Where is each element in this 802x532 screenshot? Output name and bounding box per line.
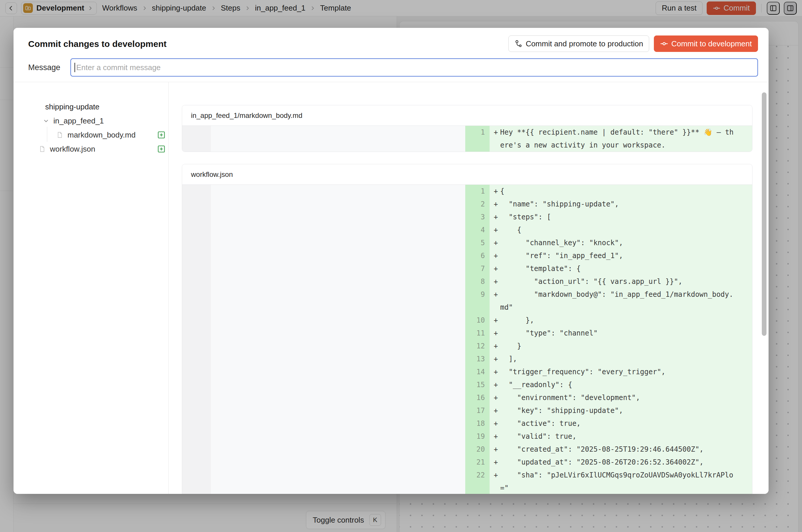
diff-line-row: 6+ "ref": "in_app_feed_1", bbox=[182, 249, 752, 262]
diff-viewer[interactable]: in_app_feed_1/markdown_body.md 1+Hey **{… bbox=[169, 82, 768, 494]
old-line-gutter bbox=[182, 236, 211, 249]
code-text: "valid": true, bbox=[500, 430, 576, 443]
diff-line-row: 4+ { bbox=[182, 224, 752, 236]
plus-sign: + bbox=[490, 391, 500, 404]
commit-to-development-button[interactable]: Commit to development bbox=[654, 36, 758, 52]
plus-sign: + bbox=[490, 198, 500, 211]
commit-and-promote-button[interactable]: Commit and promote to production bbox=[508, 36, 649, 52]
diff-line-row: 22+ "sha": "pJeLVir6xIlUCMGqs9qroZoUAVDS… bbox=[182, 469, 752, 494]
diff-line-row: 18+ "active": true, bbox=[182, 417, 752, 430]
line-number: 10 bbox=[477, 316, 485, 324]
diff-body: 1+{2+ "name": "shipping-update",3+ "step… bbox=[182, 185, 752, 494]
line-number: 16 bbox=[477, 394, 485, 402]
file-added-plus-icon bbox=[157, 130, 166, 139]
code-text: "ref": "in_app_feed_1", bbox=[500, 249, 623, 262]
diff-line-row: 1+Hey **{{ recipient.name | default: "th… bbox=[182, 126, 752, 152]
old-line-body bbox=[211, 469, 465, 494]
old-line-gutter bbox=[182, 126, 211, 152]
old-line-gutter bbox=[182, 404, 211, 417]
code-text: { bbox=[500, 185, 504, 198]
commit-message-input[interactable] bbox=[70, 58, 758, 77]
old-line-gutter bbox=[182, 262, 211, 275]
plus-sign: + bbox=[490, 353, 500, 365]
old-line-gutter bbox=[182, 417, 211, 430]
line-number: 19 bbox=[477, 432, 485, 440]
line-number: 1 bbox=[481, 187, 485, 195]
old-line-body bbox=[211, 211, 465, 224]
diff-line-row: 1+{ bbox=[182, 185, 752, 198]
line-number: 17 bbox=[477, 406, 485, 415]
line-number: 13 bbox=[477, 355, 485, 363]
diff-line-row: 15+ "__readonly": { bbox=[182, 378, 752, 391]
tree-root-workflow: shipping-update bbox=[45, 100, 99, 113]
tree-file-markdown-body[interactable]: markdown_body.md bbox=[56, 129, 135, 141]
diff-card: in_app_feed_1/markdown_body.md 1+Hey **{… bbox=[182, 105, 752, 152]
old-line-body bbox=[211, 365, 465, 378]
diff-line-row: 7+ "template": { bbox=[182, 262, 752, 275]
text-caret bbox=[75, 63, 75, 72]
line-number: 2 bbox=[481, 200, 485, 208]
old-line-body bbox=[211, 404, 465, 417]
diff-file-name: workflow.json bbox=[182, 164, 752, 185]
old-line-body bbox=[211, 275, 465, 288]
plus-sign: + bbox=[490, 314, 500, 327]
old-line-body bbox=[211, 262, 465, 275]
tree-indent-guide bbox=[47, 127, 47, 142]
code-text: "channel_key": "knock", bbox=[500, 236, 623, 249]
diff-line-row: 3+ "steps": [ bbox=[182, 211, 752, 224]
code-text: { bbox=[500, 224, 521, 236]
diff-line-row: 16+ "environment": "development", bbox=[182, 391, 752, 404]
old-line-gutter bbox=[182, 249, 211, 262]
line-number: 9 bbox=[481, 290, 485, 299]
scrollbar-thumb[interactable] bbox=[762, 92, 766, 336]
tree-folder-in-app-feed[interactable]: in_app_feed_1 bbox=[43, 114, 104, 127]
plus-sign: + bbox=[490, 249, 500, 262]
old-line-gutter bbox=[182, 353, 211, 365]
code-text: "template": { bbox=[500, 262, 581, 275]
plus-sign: + bbox=[490, 417, 500, 430]
code-text: "trigger_frequency": "every_trigger", bbox=[500, 365, 666, 378]
old-line-body bbox=[211, 314, 465, 327]
code-text: } bbox=[500, 340, 521, 353]
tree-file-workflow-json[interactable]: workflow.json bbox=[39, 142, 95, 155]
old-line-body bbox=[211, 249, 465, 262]
code-text: "type": "channel" bbox=[500, 327, 598, 340]
file-icon bbox=[56, 131, 63, 138]
plus-sign: + bbox=[490, 327, 500, 340]
commit-icon bbox=[660, 40, 668, 48]
old-line-gutter bbox=[182, 327, 211, 340]
line-number: 14 bbox=[477, 368, 485, 376]
line-number: 18 bbox=[477, 419, 485, 428]
line-number: 12 bbox=[477, 342, 485, 350]
diff-line-row: 21+ "updated_at": "2025-08-26T20:26:52.3… bbox=[182, 456, 752, 469]
old-line-body bbox=[211, 126, 465, 152]
diff-line-row: 10+ }, bbox=[182, 314, 752, 327]
plus-sign: + bbox=[490, 262, 500, 275]
old-line-body bbox=[211, 417, 465, 430]
line-number: 4 bbox=[481, 226, 485, 234]
plus-sign: + bbox=[490, 469, 500, 481]
plus-sign: + bbox=[490, 126, 500, 139]
message-label: Message bbox=[28, 63, 70, 72]
old-line-body bbox=[211, 236, 465, 249]
chevron-down-icon bbox=[43, 118, 49, 124]
line-number: 15 bbox=[477, 381, 485, 389]
code-text: "action_url": "{{ vars.app_url }}", bbox=[500, 275, 682, 288]
code-text: "sha": "pJeLVir6xIlUCMGqs9qroZoUAVDSwA0y… bbox=[500, 469, 734, 494]
old-line-gutter bbox=[182, 211, 211, 224]
modal-title: Commit changes to development bbox=[28, 39, 167, 49]
code-text: "environment": "development", bbox=[500, 391, 640, 404]
plus-sign: + bbox=[490, 365, 500, 378]
old-line-gutter bbox=[182, 443, 211, 456]
old-line-gutter bbox=[182, 185, 211, 198]
old-line-gutter bbox=[182, 378, 211, 391]
line-number: 11 bbox=[477, 329, 485, 337]
diff-line-row: 2+ "name": "shipping-update", bbox=[182, 198, 752, 211]
old-line-body bbox=[211, 224, 465, 236]
diff-line-row: 9+ "markdown_body@": "in_app_feed_1/mark… bbox=[182, 288, 752, 314]
line-number: 5 bbox=[481, 239, 485, 247]
plus-sign: + bbox=[490, 185, 500, 198]
line-number: 1 bbox=[481, 128, 485, 136]
line-number: 20 bbox=[477, 445, 485, 453]
code-text: "__readonly": { bbox=[500, 378, 572, 391]
